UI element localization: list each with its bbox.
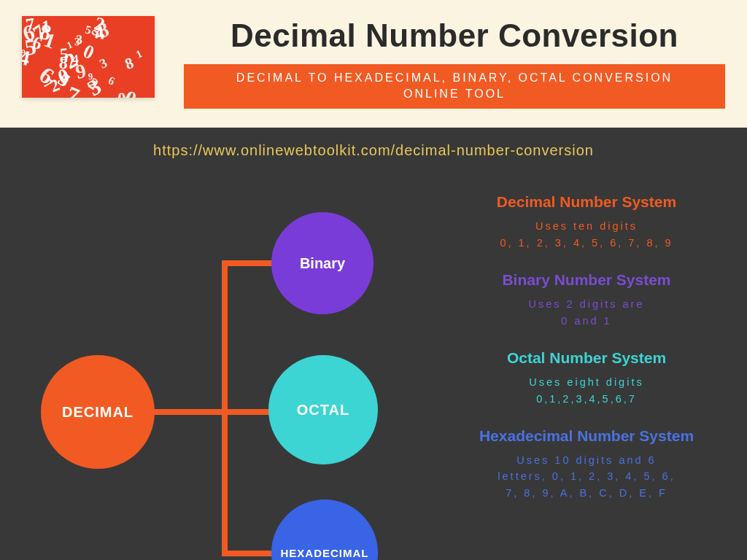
tool-url: https://www.onlinewebtoolkit.com/decimal… xyxy=(0,128,747,159)
info-decimal: Decimal Number System Uses ten digits 0,… xyxy=(455,193,718,251)
connector-line xyxy=(152,409,228,415)
node-hex-label: HEXADECIMAL xyxy=(280,547,368,559)
node-binary-label: Binary xyxy=(300,255,345,272)
body: https://www.onlinewebtoolkit.com/decimal… xyxy=(0,128,747,560)
subtitle-bar: DECIMAL TO HEXADECIMAL, BINARY, OCTAL CO… xyxy=(184,64,725,109)
info-octal: Octal Number System Uses eight digits 0,… xyxy=(455,349,718,407)
info-decimal-title: Decimal Number System xyxy=(455,193,718,211)
page-title: Decimal Number Conversion xyxy=(184,18,725,54)
node-hexadecimal: HEXADECIMAL xyxy=(271,499,378,560)
info-binary-line1: Uses 2 digits are xyxy=(455,296,718,312)
connector-line xyxy=(222,260,228,556)
info-octal-line1: Uses eight digits xyxy=(455,374,718,390)
info-decimal-line1: Uses ten digits xyxy=(455,218,718,234)
logo-numbers-icon: 0258391467280395146728309514628370951467 xyxy=(22,16,155,98)
node-octal: OCTAL xyxy=(268,355,378,464)
connector-line xyxy=(222,260,277,266)
info-binary: Binary Number System Uses 2 digits are 0… xyxy=(455,271,718,329)
info-binary-title: Binary Number System xyxy=(455,271,718,289)
node-binary: Binary xyxy=(271,212,374,314)
info-hex-line2: letters, 0, 1, 2, 3, 4, 5, 6, xyxy=(455,468,718,484)
node-decimal-label: DECIMAL xyxy=(62,404,133,421)
node-decimal: DECIMAL xyxy=(41,355,155,469)
info-hex-title: Hexadecimal Number System xyxy=(455,427,718,445)
subtitle-line1: DECIMAL TO HEXADECIMAL, BINARY, OCTAL CO… xyxy=(191,70,718,86)
subtitle-line2: ONLINE TOOL xyxy=(191,86,718,102)
connector-line xyxy=(222,409,274,415)
connector-line xyxy=(222,551,277,556)
conversion-diagram: DECIMAL Binary OCTAL HEXADECIMAL xyxy=(29,186,438,543)
info-hex-line1: Uses 10 digits and 6 xyxy=(455,452,718,468)
info-hex-line3: 7, 8, 9, A, B, C, D, E, F xyxy=(455,485,718,501)
info-octal-title: Octal Number System xyxy=(455,349,718,367)
header: 0258391467280395146728309514628370951467… xyxy=(0,0,747,128)
info-hex: Hexadecimal Number System Uses 10 digits… xyxy=(455,427,718,501)
info-panel: Decimal Number System Uses ten digits 0,… xyxy=(455,193,718,521)
header-content: Decimal Number Conversion DECIMAL TO HEX… xyxy=(184,16,725,109)
info-octal-line2: 0,1,2,3,4,5,6,7 xyxy=(455,391,718,407)
node-octal-label: OCTAL xyxy=(297,402,349,419)
info-binary-line2: 0 and 1 xyxy=(455,313,718,329)
info-decimal-line2: 0, 1, 2, 3, 4, 5, 6, 7, 8, 9 xyxy=(455,235,718,251)
